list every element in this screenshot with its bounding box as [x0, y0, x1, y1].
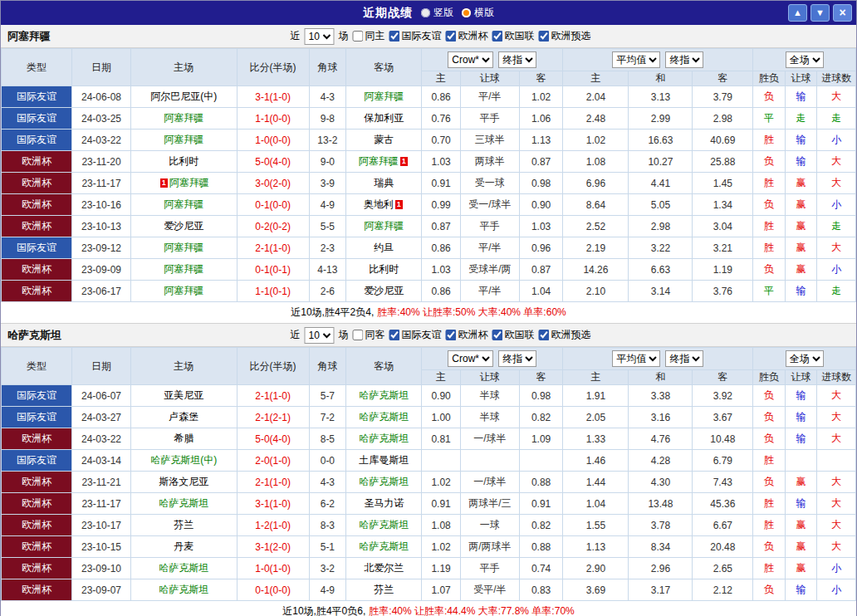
scroll-up-button[interactable]: ▲ [788, 4, 807, 22]
view-option-horizontal[interactable]: 横版 [462, 6, 494, 20]
scroll-down-button[interactable]: ▼ [810, 4, 830, 22]
period-select[interactable]: 全场 [786, 350, 824, 367]
odds-home-cell: 1.03 [422, 151, 461, 173]
winlose-result-cell: 负 [753, 385, 785, 407]
odds-away-cell [519, 450, 563, 472]
odds-time-select[interactable]: 终指 [498, 350, 536, 367]
match-row: 国际友谊24-06-07亚美尼亚2-1(1-0)5-7哈萨克斯坦0.90半球0.… [2, 385, 856, 407]
goals-result-cell: 小 [817, 130, 856, 151]
odds-away-cell: 0.96 [519, 237, 563, 259]
same-venue-checkbox[interactable]: 同主 [352, 29, 384, 43]
same-venue-checkbox-input[interactable] [352, 330, 363, 340]
handicap-result-cell: 赢 [785, 472, 816, 493]
period-select[interactable]: 全场 [786, 51, 824, 68]
avg-time-select[interactable]: 终指 [665, 350, 703, 367]
corner-cell: 5-7 [309, 385, 346, 407]
handicap-cell: 受一球 [460, 173, 519, 194]
home-team-cell: 希腊 [130, 428, 237, 450]
home-team-cell: 哈萨克斯坦 [130, 579, 237, 601]
odds-home-cell: 0.86 [422, 86, 461, 108]
team-name: 哈萨克斯坦 [359, 519, 409, 530]
page-title: 近期战绩 [363, 6, 413, 21]
same-venue-checkbox[interactable]: 同客 [352, 328, 384, 342]
team-name: 亚美尼亚 [164, 389, 203, 401]
winlose-result-cell: 负 [753, 536, 785, 558]
score-cell: 3-1(1-0) [237, 493, 309, 515]
avg-away-cell: 2.65 [693, 558, 753, 579]
summary-row: 近10场,胜4平2负4, 胜率:40% 让胜率:50% 大率:40% 单率:60… [1, 302, 856, 324]
away-team-cell: 哈萨克斯坦 [346, 472, 422, 493]
match-row: 国际友谊24-03-25阿塞拜疆1-1(0-0)9-8保加利亚0.76平手1.0… [2, 108, 856, 130]
avg-draw-cell: 2.98 [629, 216, 693, 237]
avg-draw-cell: 6.63 [629, 259, 693, 281]
avg-home-cell: 1.33 [563, 428, 629, 450]
match-row: 欧洲杯23-10-17芬兰1-2(1-0)8-3哈萨克斯坦1.08一球0.821… [2, 515, 856, 536]
match-count-select[interactable]: 10 [304, 327, 334, 344]
team-section-kazakhstan: 哈萨克斯坦 近 10 场 同客 国际友谊 欧洲杯 欧国联 欧洲预选 类 [1, 324, 856, 616]
odds-home-cell: 1.19 [422, 558, 461, 579]
odds-time-select[interactable]: 终指 [498, 51, 536, 68]
league-filter-friendly-input[interactable] [389, 330, 399, 340]
col-header-corner: 角球 [309, 49, 346, 86]
date-cell: 24-03-22 [72, 428, 131, 450]
score-cell: 5-0(4-0) [237, 428, 309, 450]
league-filter-euro-input[interactable] [445, 330, 456, 340]
home-team-cell: 哈萨克斯坦 [130, 493, 237, 515]
goals-result-cell: 走 [817, 216, 856, 237]
handicap-cell: 两球半/三 [460, 493, 519, 515]
league-filter-euro[interactable]: 欧洲杯 [445, 328, 487, 342]
league-filter-nations-input[interactable] [492, 330, 502, 340]
league-filter-nations[interactable]: 欧国联 [492, 29, 534, 43]
avg-home-cell: 2.52 [563, 216, 629, 237]
odds-away-cell: 1.02 [519, 86, 563, 108]
league-filter-euroqual-input[interactable] [538, 31, 549, 42]
avg-source-select[interactable]: 平均值 [612, 51, 660, 68]
view-option-vertical[interactable]: 竖版 [421, 6, 453, 20]
league-filter-friendly-input[interactable] [389, 31, 399, 42]
league-filter-euro[interactable]: 欧洲杯 [445, 29, 487, 43]
league-filter-euroqual[interactable]: 欧洲预选 [538, 29, 590, 43]
goals-result-cell: 小 [817, 259, 856, 281]
league-filter-euroqual-input[interactable] [538, 330, 549, 340]
same-venue-checkbox-input[interactable] [352, 31, 363, 42]
match-row: 国际友谊23-09-12阿塞拜疆2-1(1-0)2-3约旦0.86平/半0.96… [2, 237, 856, 259]
away-team-cell: 比利时 [346, 259, 422, 281]
matches-tbody: 国际友谊24-06-07亚美尼亚2-1(1-0)5-7哈萨克斯坦0.90半球0.… [2, 385, 856, 601]
match-count-select[interactable]: 10 [304, 28, 334, 45]
odds-source-select[interactable]: Crow* [448, 51, 493, 68]
games-label: 场 [338, 29, 348, 43]
league-filter-friendly[interactable]: 国际友谊 [389, 328, 441, 342]
handicap-result-cell: 输 [785, 579, 816, 601]
summary-record: 近10场,胜4平0负6, [282, 604, 365, 616]
league-filter-nations-input[interactable] [492, 31, 502, 42]
avg-draw-cell: 3.14 [629, 281, 693, 302]
league-filter-nations[interactable]: 欧国联 [492, 328, 534, 342]
match-row: 欧洲杯23-10-15丹麦3-1(2-0)5-1哈萨克斯坦1.02两/两球半0.… [2, 536, 856, 558]
league-filter-euroqual[interactable]: 欧洲预选 [538, 328, 590, 342]
odds-source-select[interactable]: Crow* [448, 350, 493, 367]
away-team-cell: 哈萨克斯坦 [346, 407, 422, 428]
handicap-result-cell: 赢 [785, 194, 816, 216]
avg-time-select[interactable]: 终指 [665, 51, 703, 68]
handicap-result-cell: 走 [785, 108, 816, 130]
close-button[interactable]: × [833, 4, 852, 22]
corner-cell: 8-5 [309, 428, 346, 450]
away-team-cell: 哈萨克斯坦 [346, 515, 422, 536]
subcol-result-winlose: 胜负 [753, 370, 785, 385]
avg-draw-cell: 4.30 [629, 472, 693, 493]
avg-away-cell: 40.69 [693, 130, 753, 151]
winlose-result-cell: 胜 [753, 450, 785, 472]
avg-source-select[interactable]: 平均值 [612, 350, 660, 367]
team-section-azerbaijan: 阿塞拜疆 近 10 场 同主 国际友谊 欧洲杯 欧国联 欧洲预选 类型 [1, 25, 856, 324]
team-name: 丹麦 [174, 540, 193, 552]
away-team-cell: 哈萨克斯坦 [346, 428, 422, 450]
goals-result-cell: 大 [817, 237, 856, 259]
titlebar: 近期战绩 竖版 横版 ▲ ▼ × [1, 1, 856, 25]
league-filter-friendly[interactable]: 国际友谊 [389, 29, 441, 43]
odds-home-cell: 0.90 [422, 385, 461, 407]
league-filter-euro-input[interactable] [445, 31, 456, 42]
odds-away-cell: 0.82 [519, 515, 563, 536]
winlose-result-cell: 胜 [753, 493, 785, 515]
handicap-cell: 平/半 [460, 86, 519, 108]
league-cell: 国际友谊 [2, 86, 72, 108]
